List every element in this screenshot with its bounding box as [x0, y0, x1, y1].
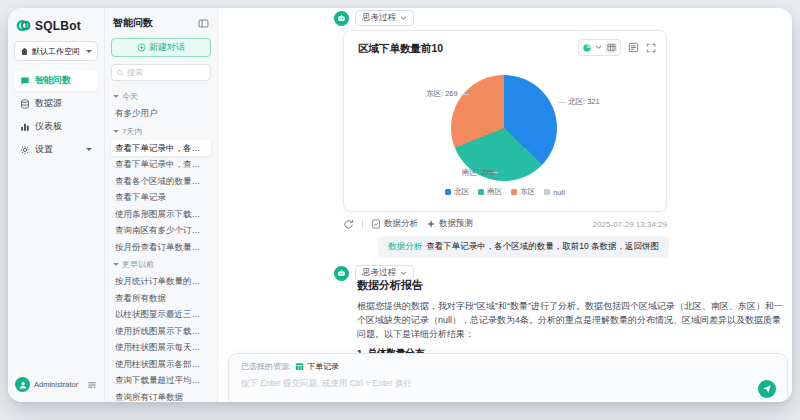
history-list: 按月统计订单数量的环比增长率查看所有数据以柱状图显示最近三个月的订单量使用折线图…	[111, 273, 211, 402]
chevron-down-icon	[400, 16, 407, 21]
chart-type-switcher[interactable]	[578, 39, 621, 56]
sidebar-item-label: 智能问数	[35, 74, 71, 87]
legend-swatch	[511, 189, 517, 195]
search-input[interactable]	[127, 68, 205, 77]
history-item[interactable]: 查看各个区域的数量，取前10 条数...	[111, 173, 211, 190]
history-item[interactable]: 使用柱状图展示各部门员工数	[111, 356, 211, 373]
workspace-icon	[20, 47, 29, 56]
history-item[interactable]: 按月统计订单数量的环比增长率	[111, 273, 211, 290]
thinking-process-toggle[interactable]: 思考过程	[355, 10, 414, 26]
pie-chart	[451, 75, 557, 181]
legend-item[interactable]: 北区	[445, 187, 469, 197]
thinking-label: 思考过程	[362, 12, 396, 24]
app-window: SQLBot 默认工作空间 智能问数 数据源 仪表板	[8, 8, 792, 402]
chat-icon	[20, 76, 30, 86]
plus-circle-icon	[137, 43, 146, 52]
pie-label-north: 北区: 321	[568, 97, 600, 107]
fullscreen-icon[interactable]	[646, 43, 656, 53]
user-avatar	[15, 377, 30, 392]
history-list: 查看下单记录中，各个区域的数量...查看下单记录中，查看各个区域的...查看各个…	[111, 140, 211, 256]
sidebar-item-datasource[interactable]: 数据源	[14, 93, 98, 114]
data-analyze-button[interactable]: 数据分析	[371, 218, 418, 230]
gear-icon	[20, 145, 30, 155]
history-item[interactable]: 按月份查看订单数量趋势，使用折...	[111, 239, 211, 256]
bar-chart-icon	[20, 122, 30, 132]
history-item[interactable]: 使用条形图展示下载量排名靠前的日...	[111, 206, 211, 223]
history-item[interactable]: 查询南区有多少个订单数	[111, 222, 211, 239]
user-account-row[interactable]: Administrator	[14, 375, 98, 394]
send-icon	[762, 384, 772, 394]
legend-swatch	[445, 189, 451, 195]
pie-chart-icon	[582, 43, 592, 53]
chat-area: 思考过程 区域下单数量前10	[218, 8, 792, 402]
pie-label-south: 南区: 275	[462, 168, 494, 178]
history-item[interactable]: 有多少用户	[111, 105, 211, 122]
divider	[362, 219, 363, 229]
chart-title: 区域下单数量前10	[358, 42, 443, 56]
user-message: 数据分析查看下单记录中，各个区域的数量，取前10 条数据，返回饼图	[378, 236, 669, 258]
search-box[interactable]	[111, 64, 211, 81]
report-title: 数据分析报告	[357, 278, 787, 293]
history-item[interactable]: 使用折线图展示下载量随日期的变...	[111, 323, 211, 340]
history-item[interactable]: 查看下单记录	[111, 189, 211, 206]
sidebar: SQLBot 默认工作空间 智能问数 数据源 仪表板	[8, 8, 105, 402]
view-data-icon[interactable]	[628, 42, 639, 53]
sidebar-item-chat[interactable]: 智能问数	[14, 70, 98, 91]
chevron-down-icon	[86, 148, 92, 154]
data-predict-button[interactable]: 数据预测	[426, 218, 473, 230]
analyze-icon	[371, 219, 381, 229]
section-label: 今天	[122, 91, 138, 102]
table-view-icon[interactable]	[605, 42, 617, 54]
history-item[interactable]: 查询所有订单数据	[111, 389, 211, 403]
legend-item[interactable]: null	[544, 188, 565, 197]
assistant-avatar	[334, 266, 349, 281]
history-panel-title: 智能问数	[113, 16, 153, 30]
sidebar-item-label: 设置	[35, 143, 53, 156]
legend-swatch	[478, 189, 484, 195]
legend-item[interactable]: 东区	[511, 187, 535, 197]
new-chat-label: 新建对话	[149, 41, 185, 54]
sidebar-item-dashboard[interactable]: 仪表板	[14, 116, 98, 137]
chevron-down-icon	[113, 95, 119, 101]
sidebar-item-settings[interactable]: 设置	[14, 139, 98, 160]
history-item[interactable]: 查看下单记录中，查看各个区域的...	[111, 156, 211, 173]
label-line	[558, 102, 566, 103]
database-icon	[20, 99, 30, 109]
collapse-panel-icon[interactable]	[198, 18, 209, 29]
pie-label-east: 东区: 269	[426, 89, 458, 99]
section-label: 7天内	[122, 126, 142, 137]
message-timestamp: 2025-07-29 13:34:29	[593, 220, 667, 229]
history-item[interactable]: 查看下单记录中，各个区域的数量...	[111, 140, 211, 157]
label-line	[461, 94, 469, 95]
chevron-down-icon	[595, 45, 602, 50]
logo-row: SQLBot	[14, 17, 98, 41]
refresh-icon[interactable]	[343, 219, 354, 230]
history-item[interactable]: 查询下载量超过平均值的日期	[111, 372, 211, 389]
history-section-header[interactable]: 7天内	[111, 122, 211, 140]
resource-name: 下单记录	[307, 361, 339, 372]
history-section-header[interactable]: 更早以前	[111, 255, 211, 273]
chart-card: 区域下单数量前10	[343, 30, 667, 212]
history-item[interactable]: 使用柱状图展示每天的下载量变化	[111, 339, 211, 356]
send-button[interactable]	[758, 380, 776, 398]
account-menu-icon[interactable]	[87, 380, 97, 390]
selected-resource-chip[interactable]: 下单记录	[295, 361, 339, 372]
history-item[interactable]: 查看所有数据	[111, 290, 211, 307]
history-panel: 智能问数 新建对话 今天 有多少用户 7天内 查看下单记录中，各个区域的数量..…	[105, 8, 218, 402]
search-icon	[117, 69, 124, 77]
workspace-selector[interactable]: 默认工作空间	[14, 41, 98, 61]
sidebar-item-label: 数据源	[35, 97, 62, 110]
legend-swatch	[544, 189, 550, 195]
legend-item[interactable]: 南区	[478, 187, 502, 197]
history-section-header[interactable]: 今天	[111, 87, 211, 105]
report-paragraph: 根据您提供的数据，我对字段“区域”和“数量”进行了分析。数据包括四个区域记录（北…	[357, 299, 787, 341]
assistant-avatar	[334, 11, 349, 26]
question-input[interactable]	[241, 378, 721, 388]
legend-label: 东区	[520, 187, 535, 197]
history-item[interactable]: 以柱状图显示最近三个月的订单量	[111, 306, 211, 323]
sqlbot-logo-icon	[16, 18, 31, 33]
sidebar-item-label: 仪表板	[35, 120, 62, 133]
chevron-down-icon	[113, 130, 119, 136]
legend-label: 北区	[454, 187, 469, 197]
new-chat-button[interactable]: 新建对话	[111, 38, 211, 57]
